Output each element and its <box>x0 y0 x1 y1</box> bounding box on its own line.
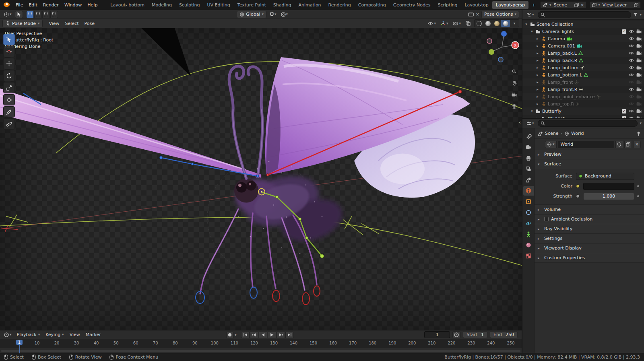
disclosure-closed-icon[interactable]: ▸ <box>535 37 540 41</box>
outliner-search[interactable] <box>538 11 632 18</box>
eye-icon[interactable] <box>629 58 634 62</box>
tool-measure[interactable] <box>3 118 15 130</box>
playback-sync-button[interactable] <box>452 331 460 338</box>
camera-icon[interactable] <box>636 73 642 77</box>
outliner-search-input[interactable] <box>547 12 629 17</box>
playhead[interactable]: 1 <box>16 340 23 345</box>
tool-scale[interactable] <box>3 82 15 93</box>
tool-move[interactable] <box>3 58 15 69</box>
select-mode-lasso[interactable] <box>50 11 58 18</box>
panel-header-surface[interactable]: ▾Surface <box>535 159 644 169</box>
snap-toggle[interactable]: ▾ <box>268 12 278 17</box>
blender-logo[interactable] <box>3 2 10 8</box>
color-swatch[interactable] <box>583 183 634 190</box>
outliner-row-butterfly[interactable]: ▾Butterfly✓ <box>522 107 644 115</box>
timeline-menu-keying[interactable]: Keying▾ <box>43 331 66 338</box>
panel-header-viewport-display[interactable]: ▸Viewport Display <box>535 243 644 253</box>
world-name-field[interactable]: World <box>558 141 614 148</box>
shading-wireframe-button[interactable] <box>475 20 483 27</box>
close-icon[interactable]: × <box>476 12 479 17</box>
camera-icon[interactable] <box>636 95 642 99</box>
play-button[interactable] <box>268 332 276 338</box>
outliner-row-lamp-top-r[interactable]: ▸Lamp_top.R <box>522 100 644 107</box>
camera-icon[interactable] <box>636 58 642 62</box>
sidebar-toggle[interactable]: ‹ <box>519 119 521 125</box>
keyboard-icon[interactable] <box>468 12 474 17</box>
disclosure-open-icon[interactable]: ▾ <box>530 29 534 33</box>
outliner-row-scene-collection[interactable]: ▾Scene Collection <box>522 21 644 28</box>
disclosure-open-icon[interactable]: ▾ <box>530 109 534 113</box>
outliner-editor-selector[interactable]: ▾ <box>525 12 536 17</box>
select-mode-box[interactable] <box>34 11 42 18</box>
gizmos-dropdown[interactable]: ▾ <box>440 21 450 26</box>
eye-icon[interactable] <box>629 44 634 48</box>
workspace-tab-shading[interactable]: Shading <box>270 1 295 9</box>
select-mode-tweak[interactable] <box>26 11 34 18</box>
workspace-tab-texture-paint[interactable]: Texture Paint <box>234 1 270 9</box>
disclosure-closed-icon[interactable]: ▸ <box>535 80 540 84</box>
gizmo-neg-z-axis[interactable] <box>498 57 503 62</box>
eye-icon[interactable] <box>629 73 634 77</box>
decorator-dot[interactable] <box>637 195 639 197</box>
camera-icon[interactable] <box>636 51 642 55</box>
view-layer-selector[interactable]: ▾ View Layer <box>590 1 641 8</box>
disclosure-closed-icon[interactable]: ▸ <box>535 102 540 106</box>
timeline-menu-view[interactable]: View <box>67 331 83 338</box>
camera-icon[interactable] <box>636 109 642 113</box>
properties-tab-object-data[interactable] <box>523 229 534 239</box>
eye-icon[interactable] <box>629 29 634 33</box>
close-icon[interactable]: × <box>580 3 584 7</box>
outliner-row-lamp-front-r[interactable]: ▸Lamp_front.R <box>522 86 644 93</box>
collection-checkbox[interactable]: ✓ <box>622 116 626 118</box>
properties-tab-object[interactable] <box>523 197 534 206</box>
nav-grid-button[interactable] <box>510 102 518 111</box>
viewport-menu-view[interactable]: View <box>46 20 62 27</box>
object-visibility-dropdown[interactable]: ▾ <box>427 21 437 26</box>
collection-checkbox[interactable]: ✓ <box>622 109 626 113</box>
decorator-dot[interactable] <box>637 185 639 187</box>
mode-dropdown[interactable]: Pose Mode ▾ <box>2 20 43 27</box>
prev-keyframe-button[interactable] <box>250 332 258 338</box>
workspace-tab-compositing[interactable]: Compositing <box>355 1 390 9</box>
viewport-3d[interactable]: User Perspective (1) ButterflyRig : Root… <box>0 28 522 330</box>
copy-icon[interactable] <box>574 3 579 7</box>
gizmo-z-axis[interactable] <box>501 31 507 37</box>
timeline-scrollbar[interactable] <box>1 350 520 352</box>
disclosure-closed-icon[interactable]: ▸ <box>535 58 540 62</box>
menu-render[interactable]: Render <box>40 1 62 9</box>
properties-tab-constraints[interactable] <box>523 208 534 217</box>
timeline-track-area[interactable] <box>0 348 522 353</box>
eye-icon[interactable] <box>629 116 634 118</box>
pin-icon[interactable] <box>636 131 641 136</box>
panel-header-volume[interactable]: ▸Volume <box>535 205 644 214</box>
eye-icon[interactable] <box>629 102 634 106</box>
properties-tab-tool[interactable] <box>523 132 534 141</box>
collection-checkbox[interactable]: ✓ <box>622 29 626 34</box>
outliner-row-lamp-front[interactable]: ▸Lamp_front <box>522 78 644 86</box>
disclosure-closed-icon[interactable]: ▸ <box>535 44 540 48</box>
shading-material-button[interactable] <box>492 20 501 27</box>
camera-icon[interactable] <box>636 80 642 84</box>
eye-icon[interactable] <box>629 51 634 55</box>
panel-header-ray-visibility[interactable]: ▸Ray Visibility <box>535 224 644 233</box>
outliner-row-camera-lights[interactable]: ▾Camera_lights✓ <box>522 28 644 35</box>
fake-user-button[interactable] <box>615 141 623 148</box>
tool-annotate[interactable] <box>3 106 15 118</box>
gizmo-y-axis[interactable] <box>489 49 494 55</box>
new-world-button[interactable] <box>624 141 632 148</box>
pose-options-dropdown[interactable]: Pose Options ▾ <box>481 11 519 18</box>
proportional-editing-toggle[interactable]: ▾ <box>280 12 289 17</box>
frame-end-field[interactable]: End 250 <box>490 331 518 338</box>
checkbox-ambient-occlusion[interactable] <box>544 217 549 221</box>
menu-help[interactable]: Help <box>85 1 100 9</box>
disclosure-closed-icon[interactable]: ▸ <box>535 95 540 99</box>
outliner-row-camera[interactable]: ▸Camera <box>522 35 644 42</box>
properties-tab-output[interactable] <box>523 153 534 163</box>
next-keyframe-button[interactable] <box>277 332 285 338</box>
menu-file[interactable]: File <box>13 1 26 9</box>
panel-header-preview[interactable]: ▸Preview <box>535 150 644 159</box>
add-workspace-button[interactable]: + <box>528 1 539 9</box>
eye-icon[interactable] <box>629 95 634 99</box>
breadcrumb-world[interactable]: World <box>571 131 584 136</box>
current-frame-field[interactable]: 1 <box>424 331 450 338</box>
